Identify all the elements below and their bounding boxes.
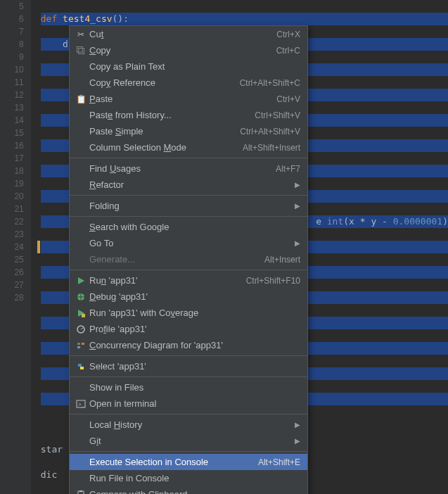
paste-icon: 📋 [74,94,88,104]
menu-debug[interactable]: Debug 'app31' [70,289,307,305]
menu-folding[interactable]: Folding▶ [70,198,307,214]
line-number: 7 [0,25,24,38]
menu-separator [70,451,307,452]
line-number: 20 [0,190,24,203]
menu-execute-selection[interactable]: Execute Selection in ConsoleAlt+Shift+E [70,454,307,470]
profile-icon [74,324,88,334]
menu-label: Execute Selection in Console [88,457,258,467]
menu-find-usages[interactable]: Find UsagesAlt+F7 [70,160,307,177]
line-number: 11 [0,76,24,89]
menu-paste[interactable]: 📋PasteCtrl+V [70,91,307,107]
run-icon [74,276,88,286]
menu-label: Paste from History... [88,110,255,120]
cut-icon: ✂ [74,30,88,39]
menu-open-terminal[interactable]: >_Open in terminal [70,395,307,412]
line-number: 8 [0,38,24,51]
line-gutter: 5678910111213141516171819202122232425262… [0,0,31,494]
concurrency-icon [74,341,88,350]
menu-label: Copy Reference [88,77,240,88]
line-number: 18 [0,165,24,177]
menu-label: Cut [88,29,276,39]
menu-refactor[interactable]: Refactor▶ [70,177,307,193]
menu-label: Paste Simple [88,126,240,137]
menu-label: Git [88,436,289,446]
menu-shortcut: Alt+Shift+Insert [243,143,300,153]
code-text: (x * y - [343,216,392,227]
line-number: 21 [0,203,24,215]
menu-paste-history[interactable]: Paste from History...Ctrl+Shift+V [70,107,307,123]
menu-label: Compare with Clipboard [88,489,300,494]
menu-label: Go To [88,238,289,248]
menu-cut[interactable]: ✂CutCtrl+X [70,26,307,42]
menu-label: Show in Files [88,382,300,393]
menu-label: Open in terminal [88,398,300,409]
menu-label: Column Selection Mode [88,142,243,153]
menu-label: Paste [88,94,276,104]
menu-compare-clipboard[interactable]: Compare with Clipboard [70,486,307,494]
menu-shortcut: Ctrl+Shift+V [255,110,300,120]
number: 0.0000001 [393,216,442,227]
menu-run-file-console[interactable]: Run File in Console [70,470,307,486]
menu-label: Find Usages [88,163,276,174]
menu-label: Refactor [88,179,289,190]
menu-copy[interactable]: ⿻CopyCtrl+C [70,42,307,58]
line-number: 10 [0,63,24,76]
menu-select[interactable]: Select 'app31' [70,358,307,374]
svg-text:>_: >_ [78,401,85,407]
menu-generate[interactable]: Generate...Alt+Insert [70,251,307,267]
code-text: e [316,216,327,227]
builtin: int [327,216,343,227]
menu-shortcut: Ctrl+Alt+Shift+C [240,78,300,88]
menu-separator [70,376,307,377]
menu-label: Local History [88,419,289,430]
line-number: 27 [0,279,24,291]
menu-shortcut: Alt+Shift+E [258,457,300,467]
context-menu: ✂CutCtrl+X⿻CopyCtrl+CCopy as Plain TextC… [69,25,308,494]
line-number: 22 [0,215,24,228]
debug-icon [74,292,88,302]
menu-copy-ref[interactable]: Copy ReferenceCtrl+Alt+Shift+C [70,75,307,91]
menu-run[interactable]: Run 'app31'Ctrl+Shift+F10 [70,272,307,289]
menu-shortcut: Ctrl+Alt+Shift+V [240,127,300,137]
line-number: 12 [0,89,24,101]
menu-search-google[interactable]: Search with Google [70,219,307,235]
menu-label: Run File in Console [88,473,300,483]
line-number: 13 [0,101,24,114]
menu-git[interactable]: Git▶ [70,433,307,449]
coverage-icon [74,308,88,318]
menu-paste-simple[interactable]: Paste SimpleCtrl+Alt+Shift+V [70,123,307,139]
caret-line-marker [37,241,40,253]
submenu-arrow-icon: ▶ [295,437,300,445]
menu-label: Copy as Plain Text [88,61,300,72]
svg-rect-5 [82,314,85,317]
open-terminal-icon: >_ [74,399,88,409]
menu-coverage[interactable]: Run 'app31' with Coverage [70,305,307,321]
menu-label: Search with Google [88,222,300,232]
line-number: 17 [0,152,24,165]
line-number: 23 [0,228,24,241]
line-number: 19 [0,177,24,190]
menu-separator [70,195,307,196]
menu-goto[interactable]: Go To▶ [70,235,307,251]
svg-marker-0 [78,277,84,284]
menu-label: Select 'app31' [88,361,300,372]
menu-show-files[interactable]: Show in Files [70,379,307,395]
menu-profile[interactable]: Profile 'app31' [70,321,307,337]
menu-concurrency[interactable]: Concurrency Diagram for 'app31' [70,337,307,353]
svg-rect-9 [77,346,80,348]
svg-line-7 [81,328,83,329]
menu-label: Debug 'app31' [88,291,300,302]
menu-separator [70,158,307,158]
line-number: 15 [0,127,24,139]
menu-shortcut: Alt+F7 [276,164,300,174]
menu-label: Run 'app31' with Coverage [88,308,300,318]
menu-label: Copy [88,45,276,56]
menu-copy-plain[interactable]: Copy as Plain Text [70,58,307,75]
menu-local-history[interactable]: Local History▶ [70,417,307,433]
code-text: dic [41,469,63,480]
line-number: 16 [0,139,24,152]
menu-column-select[interactable]: Column Selection ModeAlt+Shift+Insert [70,139,307,156]
menu-label: Concurrency Diagram for 'app31' [88,340,300,350]
menu-separator [70,216,307,217]
submenu-arrow-icon: ▶ [295,181,300,189]
